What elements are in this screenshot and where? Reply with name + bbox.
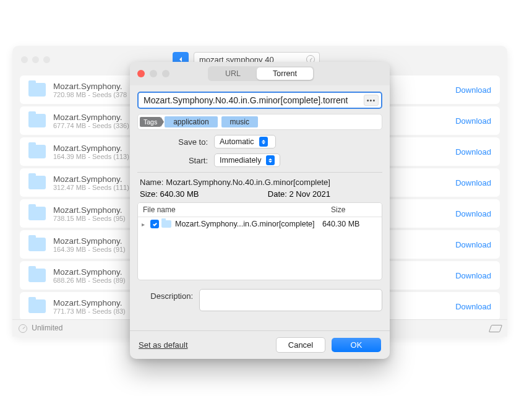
file-checkbox[interactable] bbox=[150, 220, 159, 228]
download-link[interactable]: Download bbox=[455, 271, 491, 280]
file-name: Mozart.Symphony...in.G.minor[complete] bbox=[175, 220, 320, 228]
download-link[interactable]: Download bbox=[455, 147, 491, 157]
source-field-wrapper: ••• bbox=[137, 92, 382, 109]
dim-close-icon bbox=[21, 56, 28, 63]
folder-icon bbox=[28, 269, 46, 282]
dialog-footer: Set as default Cancel OK bbox=[130, 330, 390, 359]
source-input[interactable] bbox=[144, 95, 364, 105]
tags-field[interactable]: Tags application music bbox=[137, 114, 382, 130]
download-link[interactable]: Download bbox=[455, 302, 491, 311]
dim-min-icon bbox=[32, 56, 39, 63]
name-line: Name:Mozart.Symphony.No.40.in.G.minor[co… bbox=[137, 178, 382, 187]
speedometer-icon bbox=[19, 324, 27, 333]
chevron-updown-icon bbox=[259, 137, 268, 147]
zoom-icon bbox=[162, 70, 169, 77]
ok-button[interactable]: OK bbox=[332, 338, 381, 352]
speed-limit[interactable]: Unlimited bbox=[19, 324, 62, 333]
file-size: 640.30 MB bbox=[322, 220, 378, 228]
dim-max-icon bbox=[43, 56, 50, 63]
save-to-value: Automatic bbox=[220, 137, 254, 146]
file-table-header: File name Size bbox=[138, 203, 382, 217]
file-table: File name Size ▸ Mozart.Symphony...in.G.… bbox=[137, 202, 382, 280]
col-filename[interactable]: File name bbox=[138, 203, 326, 217]
description-label: Description: bbox=[137, 289, 193, 301]
tag-application[interactable]: application bbox=[165, 116, 217, 127]
dialog-titlebar: URL Torrent bbox=[130, 62, 390, 85]
folder-icon bbox=[28, 176, 46, 189]
folder-icon bbox=[28, 238, 46, 251]
folder-icon bbox=[161, 220, 171, 228]
download-link[interactable]: Download bbox=[455, 240, 491, 249]
browse-button[interactable]: ••• bbox=[364, 95, 379, 106]
download-link[interactable]: Download bbox=[455, 116, 491, 126]
close-icon[interactable] bbox=[137, 70, 145, 77]
size-date-line: Size: 640.30 MB Date: 2 Nov 2021 bbox=[137, 189, 382, 199]
file-row[interactable]: ▸ Mozart.Symphony...in.G.minor[complete]… bbox=[138, 217, 382, 231]
tab-url[interactable]: URL bbox=[209, 67, 257, 80]
description-input[interactable] bbox=[199, 289, 382, 311]
mode-segmented: URL Torrent bbox=[208, 66, 314, 81]
folder-icon bbox=[28, 145, 46, 158]
chevron-updown-icon bbox=[266, 155, 275, 165]
chevron-right-icon[interactable]: ▸ bbox=[142, 221, 148, 228]
save-to-label: Save to: bbox=[137, 137, 208, 147]
start-label: Start: bbox=[137, 156, 208, 165]
speed-label: Unlimited bbox=[32, 324, 62, 332]
download-link[interactable]: Download bbox=[455, 209, 491, 218]
tags-label-chip: Tags bbox=[140, 117, 161, 127]
eraser-icon[interactable] bbox=[489, 325, 502, 332]
cancel-button[interactable]: Cancel bbox=[276, 337, 325, 353]
download-link[interactable]: Download bbox=[455, 178, 491, 187]
col-size[interactable]: Size bbox=[326, 203, 382, 217]
start-value: Immediately bbox=[220, 156, 261, 165]
folder-icon bbox=[28, 114, 46, 127]
tag-music[interactable]: music bbox=[221, 116, 258, 127]
set-default-link[interactable]: Set as default bbox=[139, 340, 188, 350]
download-link[interactable]: Download bbox=[455, 85, 491, 95]
minimize-icon bbox=[150, 70, 157, 77]
start-select[interactable]: Immediately bbox=[214, 153, 280, 167]
add-download-dialog: URL Torrent ••• Tags application music S… bbox=[130, 62, 390, 359]
folder-icon bbox=[28, 83, 46, 97]
traffic-lights bbox=[21, 56, 50, 63]
save-to-select[interactable]: Automatic bbox=[214, 135, 276, 148]
folder-icon bbox=[28, 207, 46, 220]
divider bbox=[137, 172, 382, 173]
tab-torrent[interactable]: Torrent bbox=[257, 67, 313, 80]
folder-icon bbox=[28, 299, 46, 313]
